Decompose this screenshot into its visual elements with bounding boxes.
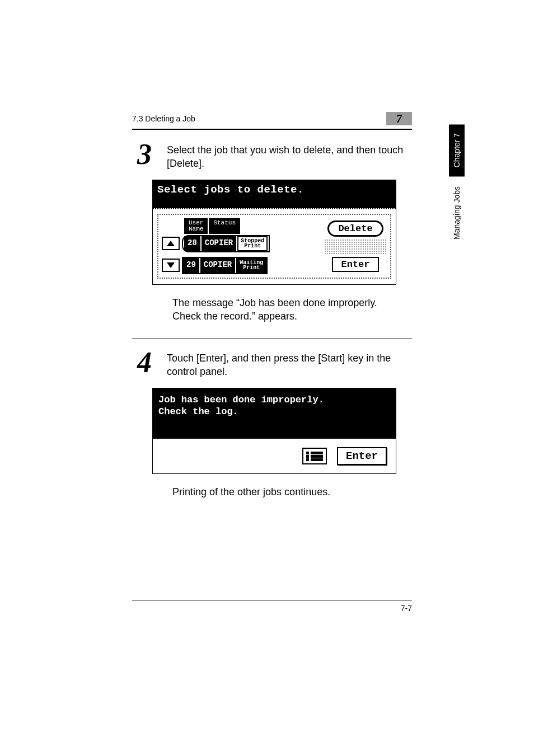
table-header: UserName Status <box>184 218 321 234</box>
table-row[interactable]: 28 COPIER StoppedPrint <box>162 235 321 252</box>
job-id: 28 <box>184 236 200 251</box>
divider <box>132 339 412 339</box>
hdr-user: UserName <box>184 218 208 234</box>
step-text: Touch [Enter], and then press the [Start… <box>167 348 412 379</box>
page-number: 7-7 <box>132 604 412 613</box>
screen1-title: Select jobs to delete. <box>153 180 396 208</box>
scroll-down-icon[interactable] <box>162 259 180 272</box>
result-message: The message “Job has been done improperl… <box>172 296 402 323</box>
job-user: COPIER <box>200 258 235 273</box>
decorative-fill <box>324 239 387 255</box>
enter-button[interactable]: Enter <box>332 257 378 272</box>
step-4: 4 Touch [Enter], and then press the [Sta… <box>132 348 412 379</box>
screen-select-jobs: Select jobs to delete. UserName Status <box>152 180 396 285</box>
screen-job-status: Job has been done improperly. Check the … <box>152 388 396 475</box>
step-3: 3 Select the job that you wish to delete… <box>132 140 412 171</box>
chapter-badge: 7 <box>386 112 412 125</box>
screen2-title: Job has been done improperly. Check the … <box>153 388 396 439</box>
step-text: Select the job that you wish to delete, … <box>167 140 412 171</box>
page-footer: 7-7 <box>132 600 412 613</box>
delete-button[interactable]: Delete <box>327 220 383 237</box>
job-user: COPIER <box>202 236 236 251</box>
scroll-up-icon[interactable] <box>162 237 180 250</box>
side-tab-section: Managing Jobs <box>452 186 461 240</box>
job-status: StoppedPrint <box>237 236 268 251</box>
enter-button[interactable]: Enter <box>337 447 387 465</box>
log-icon[interactable] <box>302 448 327 464</box>
hdr-status: Status <box>209 218 240 234</box>
job-id: 29 <box>183 258 199 273</box>
job-status: WaitingPrint <box>236 258 266 273</box>
svg-marker-0 <box>167 241 175 246</box>
step-number: 4 <box>132 348 157 379</box>
svg-marker-1 <box>167 262 175 268</box>
side-tab-chapter: Chapter 7 <box>449 124 465 176</box>
result-message: Printing of the other jobs continues. <box>172 485 402 499</box>
step-number: 3 <box>132 140 157 171</box>
section-heading: 7.3 Deleting a Job <box>132 114 195 123</box>
table-row[interactable]: 29 COPIER WaitingPrint <box>162 257 321 274</box>
divider <box>132 129 412 130</box>
